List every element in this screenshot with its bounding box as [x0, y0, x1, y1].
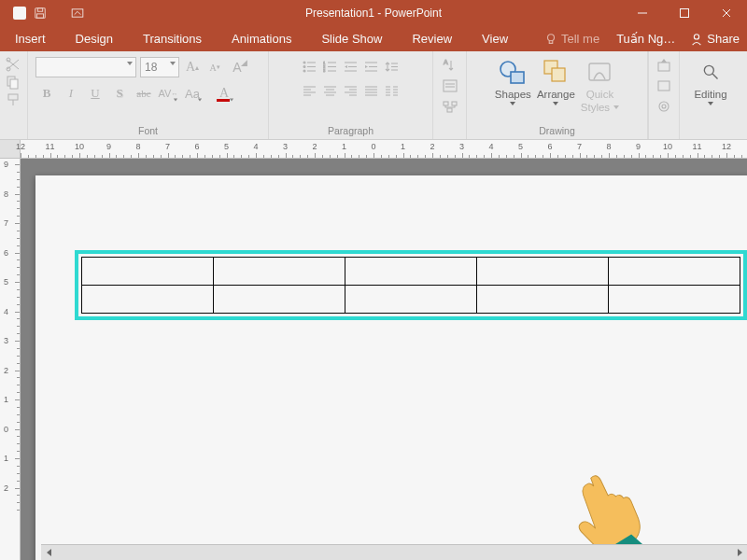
shapes-button[interactable]: Shapes [495, 57, 531, 105]
change-case-button[interactable]: Aa [181, 83, 204, 104]
align-right-button[interactable] [341, 81, 361, 100]
svg-rect-68 [511, 72, 524, 83]
save-icon[interactable] [34, 7, 47, 20]
svg-rect-64 [444, 102, 448, 105]
copy-icon[interactable] [5, 75, 21, 90]
table-cell[interactable] [214, 258, 345, 286]
scroll-right-button[interactable] [731, 545, 747, 561]
table-cell[interactable] [609, 258, 740, 286]
table-cell[interactable] [477, 286, 609, 314]
font-group-label: Font [138, 125, 158, 137]
slide-canvas[interactable] [21, 159, 747, 560]
ribbon-display-options-icon[interactable] [56, 0, 98, 26]
quick-styles-button[interactable]: Quick Styles [581, 57, 619, 113]
char-spacing-button[interactable]: AV↔ [157, 83, 179, 104]
minimize-button[interactable] [621, 0, 663, 26]
shape-fill-button[interactable] [655, 57, 673, 74]
tab-slideshow[interactable]: Slide Show [306, 26, 397, 51]
table-cell[interactable] [345, 286, 477, 314]
svg-rect-66 [447, 108, 452, 112]
tell-me-search[interactable]: Tell me [535, 26, 609, 51]
numbering-button[interactable]: 123 [320, 57, 341, 76]
paragraph-group: 123 Paragraph [269, 51, 433, 139]
font-size-selector[interactable]: 18 [140, 57, 179, 77]
table-cell[interactable] [82, 286, 214, 314]
svg-rect-3 [72, 9, 83, 17]
italic-button[interactable]: I [60, 83, 82, 104]
tab-view[interactable]: View [467, 26, 523, 51]
font-family-selector[interactable] [35, 57, 136, 77]
strikethrough-button[interactable]: abc [133, 83, 155, 104]
tab-animations[interactable]: Animations [217, 26, 306, 51]
font-color-button[interactable]: A [213, 83, 235, 104]
shape-outline-button[interactable] [655, 77, 673, 94]
tab-design[interactable]: Design [61, 26, 128, 51]
svg-rect-61 [444, 80, 457, 91]
format-painter-icon[interactable] [5, 92, 21, 107]
account-user[interactable]: Tuấn Ng… [609, 26, 683, 51]
shape-format-group [648, 51, 680, 139]
grow-font-button[interactable]: A▴ [183, 58, 202, 77]
line-spacing-button[interactable] [382, 57, 402, 76]
convert-smartart-button[interactable] [441, 98, 459, 115]
svg-rect-73 [658, 81, 669, 91]
vertical-ruler[interactable]: 987654321012 [0, 159, 21, 560]
paragraph-group-label: Paragraph [328, 125, 374, 137]
table-cell[interactable] [477, 258, 609, 286]
align-text-button[interactable] [441, 77, 459, 94]
shape-effects-button[interactable] [655, 98, 673, 115]
svg-point-74 [659, 102, 669, 111]
svg-text:A: A [444, 59, 448, 65]
maximize-button[interactable] [663, 0, 705, 26]
columns-button[interactable] [382, 81, 402, 100]
align-left-button[interactable] [300, 81, 320, 100]
shapes-label: Shapes [495, 89, 531, 100]
text-direction-button[interactable]: A [441, 57, 459, 74]
horizontal-scrollbar[interactable] [41, 544, 747, 560]
table-cell[interactable] [609, 286, 740, 314]
close-button[interactable] [705, 0, 747, 26]
tab-review[interactable]: Review [397, 26, 467, 51]
cut-icon[interactable] [5, 57, 21, 72]
text-shadow-button[interactable]: S [108, 83, 131, 104]
presentation-doc-icon [13, 7, 26, 20]
decrease-indent-button[interactable] [341, 57, 361, 76]
svg-rect-72 [658, 63, 669, 71]
scroll-left-button[interactable] [41, 545, 57, 561]
svg-rect-1 [37, 8, 42, 12]
inserted-table[interactable] [75, 250, 747, 320]
svg-rect-70 [552, 68, 565, 81]
editing-group: Editing [680, 51, 741, 139]
font-group: 18 A▴ A▾ A◢ B I U S abc AV↔ Aa A Fon [28, 51, 269, 139]
paragraph-extra-group: A [433, 51, 467, 139]
lightbulb-icon [544, 33, 557, 46]
shrink-font-button[interactable]: A▾ [205, 58, 224, 77]
editing-button[interactable]: Editing [694, 57, 726, 105]
clear-formatting-button[interactable]: A◢ [228, 58, 247, 77]
font-size-value: 18 [145, 61, 157, 74]
quick-styles-label2: Styles [581, 102, 610, 113]
tab-insert[interactable]: Insert [0, 26, 61, 51]
align-center-button[interactable] [320, 81, 341, 100]
table-cell[interactable] [214, 286, 345, 314]
tell-me-label: Tell me [561, 32, 599, 46]
underline-button[interactable]: U [84, 83, 106, 104]
tab-transitions[interactable]: Transitions [128, 26, 217, 51]
table-cell[interactable] [345, 258, 477, 286]
svg-point-75 [662, 105, 666, 108]
bullets-button[interactable] [300, 57, 320, 76]
clipboard-group [0, 51, 28, 139]
increase-indent-button[interactable] [361, 57, 382, 76]
quick-styles-label1: Quick [586, 89, 613, 100]
bold-button[interactable]: B [35, 83, 58, 104]
person-icon [690, 33, 703, 46]
justify-button[interactable] [361, 81, 382, 100]
table-cell[interactable] [82, 258, 214, 286]
svg-rect-14 [8, 94, 18, 100]
arrange-button[interactable]: Arrange [537, 57, 575, 105]
horizontal-ruler[interactable]: 1211109876543210123456789101112 [0, 140, 747, 159]
editing-label: Editing [694, 89, 726, 100]
svg-point-19 [303, 70, 305, 72]
svg-text:3: 3 [323, 68, 326, 73]
share-button[interactable]: Share [683, 26, 747, 51]
